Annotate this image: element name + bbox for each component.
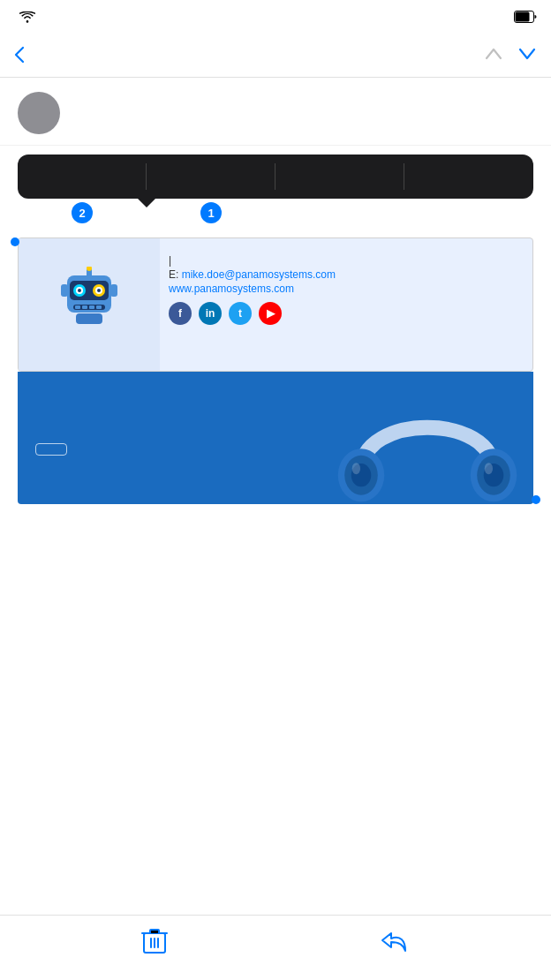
card-email: E: mike.doe@panamosystems.com xyxy=(169,268,524,281)
chevron-down-icon xyxy=(517,47,537,61)
back-chevron-icon xyxy=(14,46,25,64)
nav-bar xyxy=(0,32,551,78)
trash-button[interactable] xyxy=(140,926,169,962)
svg-rect-16 xyxy=(110,284,117,297)
status-right xyxy=(509,11,537,23)
bottom-toolbar xyxy=(0,915,551,980)
banner-cta-button[interactable] xyxy=(35,443,67,456)
svg-point-27 xyxy=(485,463,493,474)
back-button[interactable] xyxy=(14,46,30,64)
prev-message-button[interactable] xyxy=(484,43,503,66)
svg-rect-19 xyxy=(76,313,102,324)
website-link[interactable]: www.panamosystems.com xyxy=(169,283,294,295)
svg-rect-13 xyxy=(89,305,94,309)
twitter-icon[interactable]: t xyxy=(229,302,252,325)
email-link[interactable]: mike.doe@panamosystems.com xyxy=(182,268,336,281)
svg-rect-1 xyxy=(516,12,530,22)
card-social-icons: f in t ▶ xyxy=(169,302,524,325)
svg-rect-14 xyxy=(96,305,102,309)
status-bar xyxy=(0,0,551,32)
company-logo xyxy=(54,267,125,337)
card-logo xyxy=(19,238,160,371)
headphones-image xyxy=(313,372,533,504)
reply-icon xyxy=(379,928,411,954)
email-meta xyxy=(71,92,533,108)
copy-badge: 2 xyxy=(72,202,93,223)
next-message-button[interactable] xyxy=(517,43,537,66)
wifi-icon xyxy=(19,11,35,23)
battery-icon xyxy=(514,11,537,23)
facebook-icon[interactable]: f xyxy=(169,302,192,325)
youtube-icon[interactable]: ▶ xyxy=(259,302,282,325)
email-content: | E: mike.doe@panamosystems.com www.pana… xyxy=(18,237,533,504)
card-phone: | xyxy=(169,254,524,267)
svg-point-26 xyxy=(352,463,360,474)
promo-banner xyxy=(18,372,533,504)
selection-handle-left[interactable] xyxy=(11,237,19,246)
email-header xyxy=(0,78,551,146)
copy-menu-item[interactable]: 2 xyxy=(18,155,147,199)
svg-point-9 xyxy=(97,289,101,292)
select-all-menu-item[interactable]: 1 xyxy=(147,155,276,199)
svg-point-6 xyxy=(78,289,81,292)
context-menu: 2 1 xyxy=(18,155,533,199)
chevron-up-icon xyxy=(484,47,503,61)
svg-rect-15 xyxy=(61,284,68,297)
select-all-badge: 1 xyxy=(200,202,222,223)
status-left xyxy=(14,11,35,23)
look-up-menu-item[interactable] xyxy=(276,155,404,199)
context-menu-wrapper: 2 1 xyxy=(18,155,533,199)
card-info: | E: mike.doe@panamosystems.com www.pana… xyxy=(160,238,532,371)
trash-icon xyxy=(140,926,169,956)
share-menu-item[interactable] xyxy=(404,155,533,199)
linkedin-icon[interactable]: in xyxy=(199,302,222,325)
mobile-text: | xyxy=(169,254,171,267)
nav-arrows xyxy=(484,43,537,66)
banner-text xyxy=(35,425,67,456)
svg-rect-12 xyxy=(82,305,87,309)
svg-rect-11 xyxy=(75,305,80,309)
business-card: | E: mike.doe@panamosystems.com www.pana… xyxy=(18,237,533,372)
avatar xyxy=(18,92,60,134)
selection-handle-right[interactable] xyxy=(532,495,540,504)
email-recipients xyxy=(71,94,533,108)
card-website: www.panamosystems.com xyxy=(169,283,524,295)
reply-button[interactable] xyxy=(379,928,411,961)
